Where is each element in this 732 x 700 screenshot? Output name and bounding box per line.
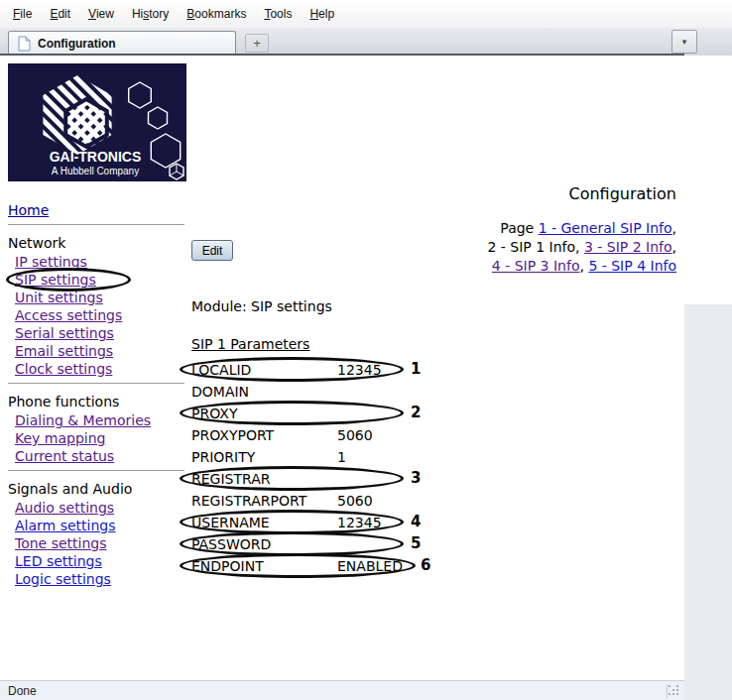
sidebar-row-sip-settings: SIP settings xyxy=(8,271,186,289)
annotation-number-4: 4 xyxy=(411,513,421,530)
sidebar-link-serial-settings[interactable]: Serial settings xyxy=(15,325,114,341)
sidebar-row-audio-settings: Audio settings xyxy=(8,499,186,517)
param-name: PRIORITY xyxy=(191,449,337,465)
tab-bar: Configuration + ▾ xyxy=(0,28,732,56)
sidebar-row-logic-settings: Logic settings xyxy=(8,570,186,588)
param-row-proxy: PROXY2 xyxy=(191,403,489,424)
browser-window: { "menu_bar": { "items": [ {"label": "Fi… xyxy=(0,0,732,700)
param-value: 5060 xyxy=(337,493,373,509)
status-text: Done xyxy=(8,684,37,698)
sidebar-heading-phone-functions: Phone functions xyxy=(8,393,186,410)
edit-button-label: Edit xyxy=(202,244,223,258)
sidebar-divider xyxy=(8,224,184,225)
param-row-priority: PRIORITY1 xyxy=(191,446,489,468)
param-name: REGISTRAR xyxy=(191,471,337,487)
sidebar-link-audio-settings[interactable]: Audio settings xyxy=(15,500,114,516)
page-link-3-sip-2-info[interactable]: 3 - SIP 2 Info xyxy=(584,239,672,255)
page-title: Configuration xyxy=(568,184,676,203)
menu-bar-items: FileEditViewHistoryBookmarksToolsHelp xyxy=(4,2,343,26)
annotation-number-2: 2 xyxy=(411,404,421,421)
tab-configuration[interactable]: Configuration xyxy=(8,31,236,56)
param-name: ENDPOINT xyxy=(191,558,337,574)
param-name: PROXY xyxy=(191,406,337,421)
sidebar-row-unit-settings: Unit settings xyxy=(8,289,186,306)
param-value: 1 xyxy=(337,449,346,465)
param-name: LOCALID xyxy=(191,362,337,378)
param-name: PROXYPORT xyxy=(191,427,337,443)
sidebar-link-key-mapping[interactable]: Key mapping xyxy=(15,430,105,446)
sidebar-link-led-settings[interactable]: LED settings xyxy=(15,553,102,569)
sidebar-link-clock-settings[interactable]: Clock settings xyxy=(15,361,112,377)
page-nav-text: Page xyxy=(500,220,538,236)
sidebar-row-email-settings: Email settings xyxy=(8,342,186,360)
chevron-down-icon: ▾ xyxy=(682,37,687,47)
annotation-number-1: 1 xyxy=(411,360,421,378)
menu-bar: FileEditViewHistoryBookmarksToolsHelp xyxy=(0,0,732,28)
tab-list-dropdown-button[interactable]: ▾ xyxy=(671,30,697,54)
sidebar-link-dialing-memories[interactable]: Dialing & Memories xyxy=(15,412,151,428)
page-nav-line-3: 4 - SIP 3 Info, 5 - SIP 4 Info xyxy=(487,257,676,276)
menu-bookmarks[interactable]: Bookmarks xyxy=(178,2,255,26)
sidebar-link-sip-settings[interactable]: SIP settings xyxy=(15,272,96,288)
annotation-number-5: 5 xyxy=(411,534,421,552)
page-link-1-general-sip-info[interactable]: 1 - General SIP Info xyxy=(539,220,672,236)
menu-history[interactable]: History xyxy=(123,2,178,26)
menu-help[interactable]: Help xyxy=(301,2,343,26)
sidebar-link-unit-settings[interactable]: Unit settings xyxy=(15,290,103,305)
sidebar-row-alarm-settings: Alarm settings xyxy=(8,517,186,534)
menu-view[interactable]: View xyxy=(79,2,123,26)
param-row-proxyport: PROXYPORT5060 xyxy=(191,424,489,446)
param-value: 12345 xyxy=(337,362,382,378)
page-nav-line-1: Page 1 - General SIP Info, xyxy=(487,219,676,238)
page-content: GAI-TRONICS A Hubbell Company Home Netwo… xyxy=(0,56,732,680)
menu-file[interactable]: File xyxy=(4,2,41,26)
param-name: PASSWORD xyxy=(191,536,337,552)
page-link-5-sip-4-info[interactable]: 5 - SIP 4 Info xyxy=(588,258,676,274)
status-bar: Done xyxy=(0,680,684,700)
page-nav-text: 2 - SIP 1 Info, xyxy=(487,239,584,255)
sidebar-link-tone-settings[interactable]: Tone settings xyxy=(15,535,107,551)
param-value: ENABLED xyxy=(337,558,403,574)
sidebar-home-row: Home xyxy=(8,201,186,219)
sidebar-link-home[interactable]: Home xyxy=(8,202,49,218)
page-nav-text: , xyxy=(672,220,676,236)
sidebar-row-access-settings: Access settings xyxy=(8,306,186,324)
params-rows: LOCALID123451DOMAINPROXY2PROXYPORT5060PR… xyxy=(191,359,489,577)
logo-tagline-text: A Hubbell Company xyxy=(52,166,139,176)
sidebar-row-current-status: Current status xyxy=(8,447,186,465)
param-row-registrarport: REGISTRARPORT5060 xyxy=(191,490,489,512)
sidebar-link-logic-settings[interactable]: Logic settings xyxy=(15,571,111,587)
sidebar-nav: Home NetworkIP settingsSIP settingsUnit … xyxy=(8,201,186,588)
menu-edit[interactable]: Edit xyxy=(41,2,79,26)
param-name: REGISTRARPORT xyxy=(191,493,337,509)
annotation-number-3: 3 xyxy=(411,469,421,487)
sidebar-link-current-status[interactable]: Current status xyxy=(15,448,114,464)
sidebar-link-ip-settings[interactable]: IP settings xyxy=(15,254,87,270)
sidebar-link-email-settings[interactable]: Email settings xyxy=(15,343,113,359)
sidebar-divider xyxy=(8,383,184,384)
param-row-localid: LOCALID123451 xyxy=(191,359,489,381)
background-window-edge xyxy=(684,304,732,700)
edit-button[interactable]: Edit xyxy=(191,240,233,261)
param-row-username: USERNAME123454 xyxy=(191,512,489,533)
sip-parameters: SIP 1 Parameters LOCALID123451DOMAINPROX… xyxy=(191,336,489,577)
plus-icon: + xyxy=(253,36,261,51)
new-tab-button[interactable]: + xyxy=(245,34,269,53)
resize-grip-icon[interactable] xyxy=(669,685,679,696)
param-row-endpoint: ENDPOINTENABLED6 xyxy=(191,555,489,577)
sidebar-heading-network: Network xyxy=(8,234,186,252)
param-row-domain: DOMAIN xyxy=(191,381,489,403)
sidebar-heading-signals-and-audio: Signals and Audio xyxy=(8,480,186,498)
sidebar-row-serial-settings: Serial settings xyxy=(8,324,186,342)
sidebar-sections: NetworkIP settingsSIP settingsUnit setti… xyxy=(8,224,186,588)
page-nav-text: , xyxy=(672,239,676,255)
page-nav-line-2: 2 - SIP 1 Info, 3 - SIP 2 Info, xyxy=(487,238,676,257)
sidebar-link-access-settings[interactable]: Access settings xyxy=(15,307,122,323)
page-nav: Page 1 - General SIP Info,2 - SIP 1 Info… xyxy=(487,219,676,276)
page-link-4-sip-3-info[interactable]: 4 - SIP 3 Info xyxy=(492,258,580,274)
tab-title: Configuration xyxy=(38,37,116,51)
menu-tools[interactable]: Tools xyxy=(255,2,301,26)
module-line: Module: SIP settings xyxy=(191,298,332,314)
params-heading: SIP 1 Parameters xyxy=(191,336,489,352)
sidebar-link-alarm-settings[interactable]: Alarm settings xyxy=(15,518,115,533)
